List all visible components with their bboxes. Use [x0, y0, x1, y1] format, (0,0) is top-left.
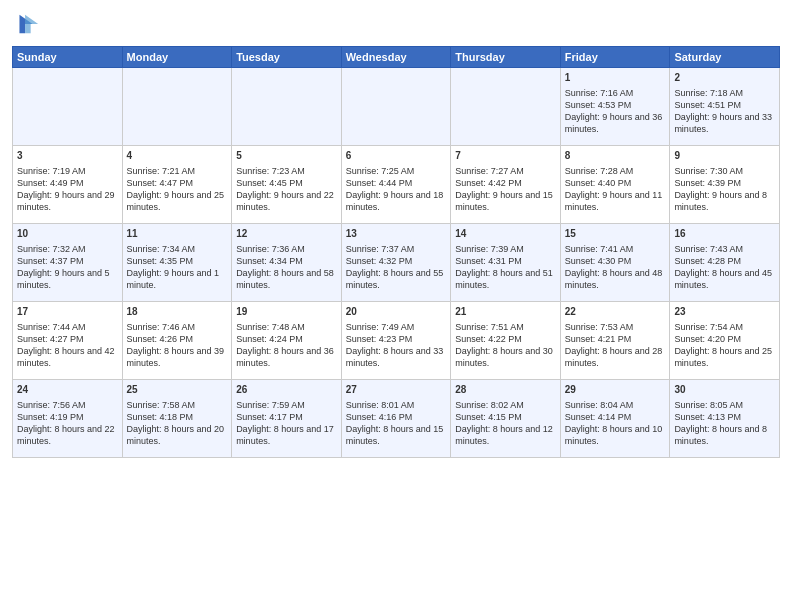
day-info: Daylight: 8 hours and 33 minutes.	[346, 346, 444, 368]
day-info: Sunset: 4:40 PM	[565, 178, 632, 188]
calendar-cell: 13Sunrise: 7:37 AMSunset: 4:32 PMDayligh…	[341, 224, 451, 302]
day-info: Sunrise: 7:34 AM	[127, 244, 196, 254]
day-number: 7	[455, 149, 556, 163]
day-info: Sunset: 4:49 PM	[17, 178, 84, 188]
day-info: Sunset: 4:18 PM	[127, 412, 194, 422]
day-info: Sunset: 4:53 PM	[565, 100, 632, 110]
day-number: 6	[346, 149, 447, 163]
day-number: 25	[127, 383, 228, 397]
day-info: Daylight: 9 hours and 8 minutes.	[674, 190, 767, 212]
day-info: Sunrise: 7:25 AM	[346, 166, 415, 176]
day-info: Daylight: 8 hours and 42 minutes.	[17, 346, 115, 368]
day-info: Sunrise: 7:28 AM	[565, 166, 634, 176]
day-info: Daylight: 8 hours and 15 minutes.	[346, 424, 444, 446]
day-number: 22	[565, 305, 666, 319]
day-info: Daylight: 8 hours and 30 minutes.	[455, 346, 553, 368]
calendar-cell: 12Sunrise: 7:36 AMSunset: 4:34 PMDayligh…	[232, 224, 342, 302]
calendar-cell: 22Sunrise: 7:53 AMSunset: 4:21 PMDayligh…	[560, 302, 670, 380]
day-info: Sunset: 4:35 PM	[127, 256, 194, 266]
day-info: Daylight: 8 hours and 17 minutes.	[236, 424, 334, 446]
calendar-cell: 10Sunrise: 7:32 AMSunset: 4:37 PMDayligh…	[13, 224, 123, 302]
calendar-cell: 24Sunrise: 7:56 AMSunset: 4:19 PMDayligh…	[13, 380, 123, 458]
day-info: Sunrise: 7:30 AM	[674, 166, 743, 176]
day-number: 27	[346, 383, 447, 397]
logo	[12, 10, 44, 38]
calendar-cell: 18Sunrise: 7:46 AMSunset: 4:26 PMDayligh…	[122, 302, 232, 380]
calendar-week-row: 1Sunrise: 7:16 AMSunset: 4:53 PMDaylight…	[13, 68, 780, 146]
calendar-header: SundayMondayTuesdayWednesdayThursdayFrid…	[13, 47, 780, 68]
day-info: Sunset: 4:51 PM	[674, 100, 741, 110]
day-info: Sunrise: 8:04 AM	[565, 400, 634, 410]
calendar-cell: 11Sunrise: 7:34 AMSunset: 4:35 PMDayligh…	[122, 224, 232, 302]
day-number: 19	[236, 305, 337, 319]
day-info: Sunset: 4:19 PM	[17, 412, 84, 422]
day-info: Sunrise: 7:39 AM	[455, 244, 524, 254]
day-info: Sunset: 4:23 PM	[346, 334, 413, 344]
day-info: Sunset: 4:24 PM	[236, 334, 303, 344]
calendar-body: 1Sunrise: 7:16 AMSunset: 4:53 PMDaylight…	[13, 68, 780, 458]
calendar-cell: 28Sunrise: 8:02 AMSunset: 4:15 PMDayligh…	[451, 380, 561, 458]
day-info: Sunrise: 8:01 AM	[346, 400, 415, 410]
calendar-cell	[122, 68, 232, 146]
day-info: Daylight: 8 hours and 20 minutes.	[127, 424, 225, 446]
day-info: Daylight: 9 hours and 5 minutes.	[17, 268, 110, 290]
calendar-cell: 4Sunrise: 7:21 AMSunset: 4:47 PMDaylight…	[122, 146, 232, 224]
day-info: Sunrise: 7:41 AM	[565, 244, 634, 254]
day-info: Sunrise: 7:21 AM	[127, 166, 196, 176]
calendar-cell: 3Sunrise: 7:19 AMSunset: 4:49 PMDaylight…	[13, 146, 123, 224]
day-number: 17	[17, 305, 118, 319]
calendar-cell	[451, 68, 561, 146]
calendar-cell: 2Sunrise: 7:18 AMSunset: 4:51 PMDaylight…	[670, 68, 780, 146]
calendar-cell: 8Sunrise: 7:28 AMSunset: 4:40 PMDaylight…	[560, 146, 670, 224]
day-info: Sunrise: 7:43 AM	[674, 244, 743, 254]
day-info: Daylight: 9 hours and 18 minutes.	[346, 190, 444, 212]
day-of-week-header: Wednesday	[341, 47, 451, 68]
calendar-table: SundayMondayTuesdayWednesdayThursdayFrid…	[12, 46, 780, 458]
day-of-week-header: Monday	[122, 47, 232, 68]
day-info: Daylight: 9 hours and 1 minute.	[127, 268, 220, 290]
calendar-cell: 5Sunrise: 7:23 AMSunset: 4:45 PMDaylight…	[232, 146, 342, 224]
day-info: Sunset: 4:21 PM	[565, 334, 632, 344]
day-info: Daylight: 8 hours and 28 minutes.	[565, 346, 663, 368]
day-info: Sunset: 4:44 PM	[346, 178, 413, 188]
day-of-week-header: Friday	[560, 47, 670, 68]
day-info: Daylight: 8 hours and 22 minutes.	[17, 424, 115, 446]
day-info: Daylight: 9 hours and 33 minutes.	[674, 112, 772, 134]
day-info: Sunset: 4:32 PM	[346, 256, 413, 266]
day-info: Sunset: 4:45 PM	[236, 178, 303, 188]
calendar-cell: 15Sunrise: 7:41 AMSunset: 4:30 PMDayligh…	[560, 224, 670, 302]
day-info: Sunset: 4:37 PM	[17, 256, 84, 266]
day-number: 24	[17, 383, 118, 397]
day-number: 21	[455, 305, 556, 319]
day-number: 10	[17, 227, 118, 241]
calendar-cell: 6Sunrise: 7:25 AMSunset: 4:44 PMDaylight…	[341, 146, 451, 224]
calendar-cell: 7Sunrise: 7:27 AMSunset: 4:42 PMDaylight…	[451, 146, 561, 224]
day-info: Sunset: 4:13 PM	[674, 412, 741, 422]
day-info: Daylight: 8 hours and 10 minutes.	[565, 424, 663, 446]
day-info: Sunset: 4:30 PM	[565, 256, 632, 266]
day-info: Sunset: 4:28 PM	[674, 256, 741, 266]
day-info: Sunrise: 7:44 AM	[17, 322, 86, 332]
day-info: Sunrise: 7:59 AM	[236, 400, 305, 410]
calendar-cell: 16Sunrise: 7:43 AMSunset: 4:28 PMDayligh…	[670, 224, 780, 302]
day-info: Daylight: 9 hours and 29 minutes.	[17, 190, 115, 212]
calendar-cell: 20Sunrise: 7:49 AMSunset: 4:23 PMDayligh…	[341, 302, 451, 380]
day-info: Sunset: 4:17 PM	[236, 412, 303, 422]
calendar-cell: 17Sunrise: 7:44 AMSunset: 4:27 PMDayligh…	[13, 302, 123, 380]
day-info: Sunrise: 7:16 AM	[565, 88, 634, 98]
calendar-cell: 9Sunrise: 7:30 AMSunset: 4:39 PMDaylight…	[670, 146, 780, 224]
day-number: 20	[346, 305, 447, 319]
day-number: 3	[17, 149, 118, 163]
day-number: 26	[236, 383, 337, 397]
day-number: 14	[455, 227, 556, 241]
day-of-week-header: Sunday	[13, 47, 123, 68]
calendar-container: SundayMondayTuesdayWednesdayThursdayFrid…	[0, 0, 792, 612]
day-info: Sunrise: 7:19 AM	[17, 166, 86, 176]
day-number: 11	[127, 227, 228, 241]
day-info: Daylight: 8 hours and 8 minutes.	[674, 424, 767, 446]
day-number: 13	[346, 227, 447, 241]
day-number: 9	[674, 149, 775, 163]
calendar-cell	[341, 68, 451, 146]
day-info: Sunrise: 7:23 AM	[236, 166, 305, 176]
day-info: Sunset: 4:15 PM	[455, 412, 522, 422]
